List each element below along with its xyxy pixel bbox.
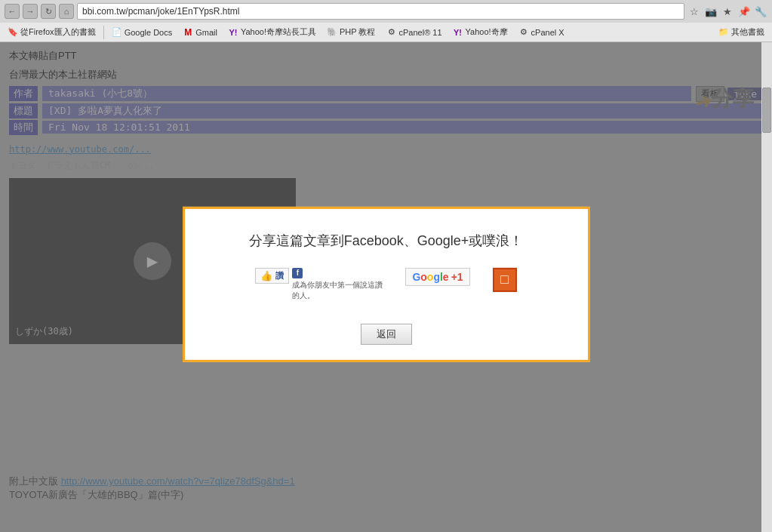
fb-like-label: 讚	[275, 269, 284, 281]
favorites-star-icon[interactable]: ★	[721, 5, 734, 18]
plurk-icon: □	[500, 272, 509, 288]
pin-icon[interactable]: 📌	[737, 5, 751, 18]
bookmark-cpanel1[interactable]: ⚙ cPanel® 11	[382, 26, 447, 39]
folder-icon: 📁	[718, 27, 729, 38]
yahoo-icon: Y!	[228, 27, 238, 38]
bookmark-gmail[interactable]: M Gmail	[178, 26, 222, 39]
plurk-button[interactable]: □	[493, 267, 517, 291]
cpanel-icon: ⚙	[386, 27, 397, 38]
googledocs-icon: 📄	[112, 27, 122, 38]
gplus-icon: +1	[451, 270, 463, 282]
bookmark-php[interactable]: 🐘 PHP 教程	[322, 25, 380, 39]
fb-share-area: f 成為你朋友中第一個說這讚的人。	[292, 267, 383, 300]
bookmark-firefox[interactable]: 🔖 從Firefox匯入的書籤	[3, 25, 100, 39]
scrollbar-thumb[interactable]	[762, 88, 771, 133]
home-button[interactable]: ⌂	[59, 4, 74, 19]
yahoo2-icon: Y!	[453, 27, 463, 38]
fb-f-icon: f	[292, 267, 303, 278]
address-bar[interactable]	[77, 3, 684, 20]
bookmark-star-icon[interactable]: ☆	[687, 5, 701, 18]
firefox-icon: 🔖	[8, 27, 18, 38]
scrollbar[interactable]	[761, 42, 772, 532]
browser-window: ← → ↻ ⌂ ☆ 📷 ★ 📌 🔧 🔖 從Firefox匯入的書籤 📄 Goog…	[0, 0, 772, 532]
modal-title: 分享這篇文章到Facebook、Google+或噗浪！	[249, 231, 524, 249]
nav-bar: ← → ↻ ⌂ ☆ 📷 ★ 📌 🔧	[0, 0, 772, 23]
bookmark-yahoo-tools[interactable]: Y! Yahoo!奇摩站長工具	[223, 25, 321, 39]
bookmarks-bar: 🔖 從Firefox匯入的書籤 📄 Google Docs M Gmail Y!…	[0, 23, 772, 42]
php-icon: 🐘	[327, 27, 337, 38]
bookmark-cpanel2[interactable]: ⚙ cPanel X	[514, 26, 569, 39]
camera-icon[interactable]: 📷	[704, 5, 718, 18]
return-button[interactable]: 返回	[361, 323, 412, 344]
bookmark-other[interactable]: 📁 其他書籤	[714, 25, 769, 39]
gmail-icon: M	[183, 27, 193, 38]
page-content: 本文轉貼自PTT 台灣最大的本土社群網站 作者 takasaki (小七8號） …	[0, 42, 772, 532]
fb-share-text: 成為你朋友中第一個說這讚的人。	[292, 279, 383, 300]
browser-icons: ☆ 📷 ★ 📌 🔧	[687, 5, 767, 18]
share-modal: 分享這篇文章到Facebook、Google+或噗浪！ 👍 讚 f 成為你朋友中…	[183, 206, 590, 361]
tools-icon[interactable]: 🔧	[754, 5, 767, 18]
social-buttons: 👍 讚 f 成為你朋友中第一個說這讚的人。 Google +1	[255, 267, 516, 300]
facebook-like-area: 👍 讚 f 成為你朋友中第一個說這讚的人。	[255, 267, 383, 300]
forward-button[interactable]: →	[23, 4, 38, 19]
facebook-like-button[interactable]: 👍 讚	[255, 267, 289, 283]
google-plus-button[interactable]: Google +1	[405, 267, 469, 285]
refresh-button[interactable]: ↻	[41, 4, 56, 19]
bookmark-google-docs[interactable]: 📄 Google Docs	[107, 26, 177, 39]
thumbs-up-icon: 👍	[260, 269, 272, 281]
divider	[103, 26, 104, 39]
back-button[interactable]: ←	[5, 4, 20, 19]
bookmark-yahoo2[interactable]: Y! Yahoo!奇摩	[448, 25, 512, 39]
cpanel2-icon: ⚙	[518, 27, 529, 38]
